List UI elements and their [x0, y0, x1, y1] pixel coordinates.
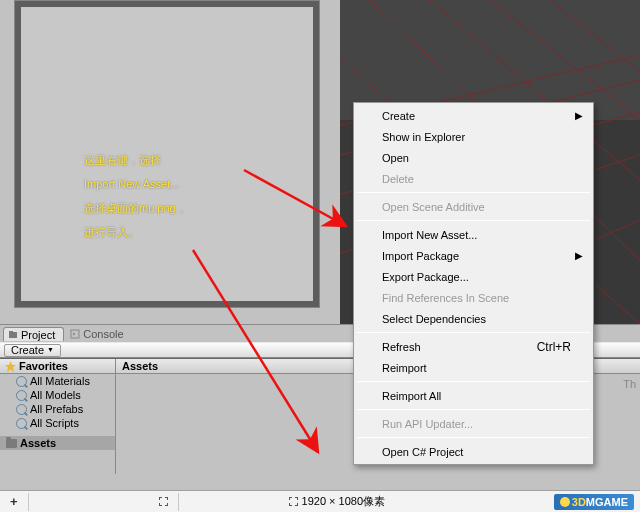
- menu-create[interactable]: Create▶: [356, 105, 591, 126]
- menu-label: Select Dependencies: [382, 313, 486, 325]
- menu-separator: [357, 409, 590, 410]
- favorite-label: All Scripts: [30, 417, 79, 429]
- status-crop[interactable]: [149, 497, 178, 506]
- menu-label: Refresh: [382, 341, 421, 353]
- menu-separator: [357, 437, 590, 438]
- breadcrumb-label: Assets: [122, 360, 158, 372]
- favorite-all-scripts[interactable]: All Scripts: [0, 416, 115, 430]
- truncated-text: Th: [623, 378, 636, 390]
- favorites-header: Favorites: [0, 359, 115, 374]
- annotation-line: 选择桌面的mu.png，: [84, 196, 187, 220]
- submenu-arrow-icon: ▶: [575, 110, 583, 121]
- tab-console-label: Console: [83, 328, 123, 340]
- console-icon: [70, 329, 80, 339]
- menu-import-new-asset[interactable]: Import New Asset...: [356, 224, 591, 245]
- dimensions-icon: [289, 497, 298, 506]
- status-bar: + 1920 × 1080像素 3DMGAME: [0, 490, 640, 512]
- menu-label: Run API Updater...: [382, 418, 473, 430]
- menu-open-csharp-project[interactable]: Open C# Project: [356, 441, 591, 462]
- context-menu: Create▶ Show in Explorer Open Delete Ope…: [353, 102, 594, 465]
- project-icon: [8, 330, 18, 340]
- annotation-line: 进行导入。: [84, 220, 187, 244]
- chevron-down-icon: ▼: [47, 344, 54, 356]
- menu-label: Delete: [382, 173, 414, 185]
- status-separator: [28, 493, 29, 511]
- svg-rect-13: [9, 331, 13, 333]
- menu-select-dependencies[interactable]: Select Dependencies: [356, 308, 591, 329]
- menu-label: Find References In Scene: [382, 292, 509, 304]
- status-dimensions: 1920 × 1080像素: [279, 494, 395, 509]
- search-icon: [16, 418, 27, 429]
- create-button-label: Create: [11, 344, 44, 356]
- menu-label: Open: [382, 152, 409, 164]
- menu-export-package[interactable]: Export Package...: [356, 266, 591, 287]
- project-sidebar: Favorites All Materials All Models All P…: [0, 359, 116, 474]
- menu-label: Import New Asset...: [382, 229, 477, 241]
- watermark-logo: 3DMGAME: [554, 494, 634, 510]
- tab-project-label: Project: [21, 329, 55, 341]
- menu-separator: [357, 381, 590, 382]
- search-icon: [16, 390, 27, 401]
- tutorial-annotation: 这里右键，选择 Import New Asset... 选择桌面的mu.png，…: [84, 148, 187, 244]
- menu-run-api-updater: Run API Updater...: [356, 413, 591, 434]
- menu-reimport[interactable]: Reimport: [356, 357, 591, 378]
- search-icon: [16, 404, 27, 415]
- menu-find-references: Find References In Scene: [356, 287, 591, 308]
- status-add[interactable]: +: [0, 494, 28, 509]
- search-icon: [16, 376, 27, 387]
- submenu-arrow-icon: ▶: [575, 250, 583, 261]
- favorite-all-materials[interactable]: All Materials: [0, 374, 115, 388]
- menu-open-scene-additive: Open Scene Additive: [356, 196, 591, 217]
- dimensions-text: 1920 × 1080像素: [302, 494, 385, 509]
- favorite-label: All Models: [30, 389, 81, 401]
- status-separator: [178, 493, 179, 511]
- menu-label: Create: [382, 110, 415, 122]
- menu-label: Open Scene Additive: [382, 201, 485, 213]
- favorite-all-models[interactable]: All Models: [0, 388, 115, 402]
- create-button[interactable]: Create ▼: [4, 344, 61, 357]
- menu-separator: [357, 332, 590, 333]
- svg-marker-15: [5, 361, 16, 372]
- menu-reimport-all[interactable]: Reimport All: [356, 385, 591, 406]
- star-icon: [5, 361, 16, 372]
- menu-show-in-explorer[interactable]: Show in Explorer: [356, 126, 591, 147]
- menu-import-package[interactable]: Import Package▶: [356, 245, 591, 266]
- folder-icon: [6, 439, 17, 448]
- menu-label: Reimport: [382, 362, 427, 374]
- menu-label: Import Package: [382, 250, 459, 262]
- menu-refresh[interactable]: RefreshCtrl+R: [356, 336, 591, 357]
- tab-project[interactable]: Project: [3, 327, 64, 341]
- favorites-header-label: Favorites: [19, 360, 68, 372]
- annotation-line: Import New Asset...: [84, 172, 187, 196]
- tab-console[interactable]: Console: [66, 327, 131, 340]
- menu-label: Open C# Project: [382, 446, 463, 458]
- sidebar-assets[interactable]: Assets: [0, 436, 115, 450]
- plus-icon: +: [10, 494, 18, 509]
- logo-text-prefix: 3D: [572, 496, 586, 508]
- crop-icon: [159, 497, 168, 506]
- menu-delete: Delete: [356, 168, 591, 189]
- menu-open[interactable]: Open: [356, 147, 591, 168]
- menu-label: Reimport All: [382, 390, 441, 402]
- sidebar-assets-label: Assets: [20, 437, 56, 449]
- logo-text-rest: MGAME: [586, 496, 628, 508]
- favorite-label: All Materials: [30, 375, 90, 387]
- menu-label: Export Package...: [382, 271, 469, 283]
- annotation-line: 这里右键，选择: [84, 148, 187, 172]
- favorite-label: All Prefabs: [30, 403, 83, 415]
- favorite-all-prefabs[interactable]: All Prefabs: [0, 402, 115, 416]
- menu-separator: [357, 192, 590, 193]
- menu-shortcut: Ctrl+R: [537, 340, 571, 354]
- menu-label: Show in Explorer: [382, 131, 465, 143]
- logo-dot-icon: [560, 497, 570, 507]
- menu-separator: [357, 220, 590, 221]
